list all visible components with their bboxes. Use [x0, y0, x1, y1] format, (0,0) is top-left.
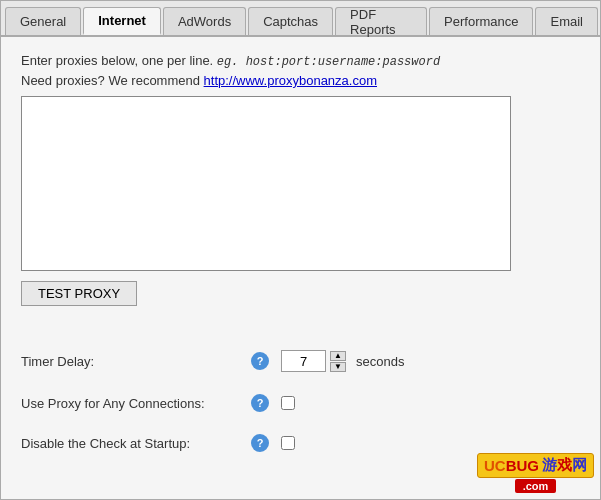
setting-row-use-proxy: Use Proxy for Any Connections: ? [21, 390, 580, 416]
tab-general[interactable]: General [5, 7, 81, 35]
proxy-link[interactable]: http://www.proxybonanza.com [204, 73, 377, 88]
content-area: Enter proxies below, one per line. eg. h… [1, 37, 600, 499]
setting-row-timer-delay: Timer Delay: ? ▲ ▼ seconds [21, 346, 580, 376]
wm-you: 游 [542, 456, 557, 475]
disable-check-label: Disable the Check at Startup: [21, 436, 251, 451]
timer-delay-input[interactable] [281, 350, 326, 372]
proxy-textarea[interactable] [21, 96, 511, 271]
disable-check-checkbox[interactable] [281, 436, 295, 450]
wm-xi: 戏 [557, 456, 572, 475]
test-proxy-button[interactable]: TEST PROXY [21, 281, 137, 306]
tab-internet[interactable]: Internet [83, 7, 161, 35]
tab-captchas[interactable]: Captchas [248, 7, 333, 35]
tab-email[interactable]: Email [535, 7, 598, 35]
use-proxy-help-icon[interactable]: ? [251, 394, 269, 412]
timer-delay-label: Timer Delay: [21, 354, 251, 369]
tab-adwords[interactable]: AdWords [163, 7, 246, 35]
instruction-2: Need proxies? We recommend http://www.pr… [21, 73, 580, 88]
settings-section: Timer Delay: ? ▲ ▼ seconds Use Proxy for… [21, 346, 580, 456]
spinner-down-button[interactable]: ▼ [330, 362, 346, 372]
spinner-buttons: ▲ ▼ [330, 351, 346, 372]
instruction-1: Enter proxies below, one per line. eg. h… [21, 53, 580, 69]
disable-check-help-icon[interactable]: ? [251, 434, 269, 452]
use-proxy-checkbox[interactable] [281, 396, 295, 410]
timer-delay-help-icon[interactable]: ? [251, 352, 269, 370]
tab-bar: General Internet AdWords Captchas PDF Re… [1, 1, 600, 37]
seconds-label: seconds [356, 354, 404, 369]
use-proxy-label: Use Proxy for Any Connections: [21, 396, 251, 411]
tab-pdf-reports[interactable]: PDF Reports [335, 7, 427, 35]
wm-wang: 网 [572, 456, 587, 475]
wm-bug: BUG [506, 457, 539, 474]
wm-uc: UC [484, 457, 506, 474]
timer-delay-spinner-wrapper: ▲ ▼ seconds [281, 350, 404, 372]
spinner-up-button[interactable]: ▲ [330, 351, 346, 361]
wm-com: .com [515, 479, 557, 493]
tab-performance[interactable]: Performance [429, 7, 533, 35]
watermark: UC BUG 游 戏 网 .com [477, 453, 594, 493]
